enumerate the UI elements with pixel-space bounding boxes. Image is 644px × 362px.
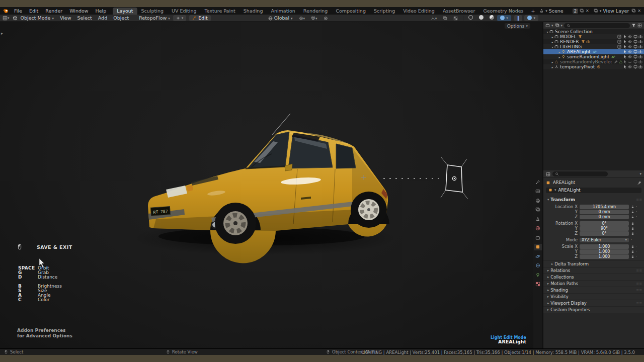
outliner-display-mode-icon[interactable] xyxy=(545,23,550,28)
shading-material-button[interactable] xyxy=(487,15,497,21)
outliner-search-input[interactable] xyxy=(564,23,630,28)
scene-browse-chevron[interactable]: ▾ xyxy=(545,9,547,13)
tab-collection[interactable] xyxy=(534,234,542,241)
blender-logo-icon[interactable] xyxy=(3,8,9,14)
disable-render-toggle[interactable] xyxy=(638,65,642,69)
disable-render-toggle[interactable] xyxy=(638,55,642,59)
animate-dot[interactable]: · xyxy=(636,210,637,214)
lock-icon[interactable] xyxy=(631,227,634,230)
location-z-input[interactable]: 0 mm xyxy=(580,215,629,219)
animate-dot[interactable]: · xyxy=(636,231,637,235)
scene-users-count[interactable]: 2 xyxy=(573,9,578,14)
lock-icon[interactable] xyxy=(631,210,634,214)
shading-wireframe-button[interactable] xyxy=(465,15,476,21)
disable-viewport-toggle[interactable] xyxy=(633,65,637,69)
outliner-row-lighting[interactable]: ▾ LIGHTING xyxy=(543,44,644,49)
workspace-tab-compositing[interactable]: Compositing xyxy=(332,8,370,15)
scale-x-input[interactable]: 1.000 xyxy=(580,244,629,249)
collection-checkbox[interactable] xyxy=(617,35,621,39)
workspace-tab-texture-paint[interactable]: Texture Paint xyxy=(201,8,239,15)
properties-options-chevron[interactable]: ▾ xyxy=(639,172,641,176)
new-view-layer-icon[interactable] xyxy=(631,9,636,13)
workspace-tab-scripting[interactable]: Scripting xyxy=(370,8,399,15)
transform-orientation-dropdown[interactable]: Global ▾ xyxy=(265,15,296,21)
outliner-filter-icon[interactable] xyxy=(555,23,559,28)
workspace-tab-animation[interactable]: Animation xyxy=(267,8,299,15)
render-preview-dropdown[interactable]: ▾ xyxy=(524,15,538,21)
disable-render-toggle[interactable] xyxy=(638,50,642,54)
disable-viewport-toggle[interactable] xyxy=(633,55,637,59)
section-delta-transform[interactable]: ▸Delta Transform xyxy=(543,260,644,267)
scale-z-input[interactable]: 1.000 xyxy=(580,254,629,259)
tab-object[interactable] xyxy=(534,244,542,250)
properties-filter-icon[interactable] xyxy=(546,172,550,176)
animate-dot[interactable]: · xyxy=(636,244,637,248)
view-layer-name[interactable]: View Layer xyxy=(603,8,630,14)
animate-dot[interactable]: · xyxy=(631,238,632,242)
disable-viewport-toggle[interactable] xyxy=(633,60,637,64)
new-scene-icon[interactable] xyxy=(580,9,584,13)
workspace-tab-rendering[interactable]: Rendering xyxy=(299,8,332,15)
menu-object[interactable]: Object xyxy=(110,15,132,21)
rotation-z-input[interactable]: 0° xyxy=(580,231,629,236)
menu-edit[interactable]: Edit xyxy=(26,8,42,14)
retopoflow-tool-button[interactable]: ▾ xyxy=(173,15,187,21)
menu-render[interactable]: Render xyxy=(42,8,66,14)
animate-dot[interactable]: · xyxy=(636,221,637,225)
outliner-row-scene-collection[interactable]: ▾ Scene Collection xyxy=(543,29,644,34)
tab-world[interactable] xyxy=(534,225,542,232)
workspace-tab-layout[interactable]: Layout xyxy=(113,8,137,15)
section-collections[interactable]: ▸Collections xyxy=(543,274,644,280)
menu-window[interactable]: Window xyxy=(66,8,92,14)
xray-toggle[interactable] xyxy=(450,15,461,21)
viewport-3d[interactable]: Options▾ ▸ xyxy=(0,22,542,348)
rotation-mode-dropdown[interactable]: XYZ Euler▾ xyxy=(580,238,629,242)
section-viewport-display[interactable]: ▸Viewport Display≡≡ xyxy=(543,300,644,306)
disable-render-toggle[interactable] xyxy=(638,45,642,49)
selectable-toggle[interactable] xyxy=(623,65,627,69)
disable-viewport-toggle[interactable] xyxy=(633,45,637,49)
selectable-toggle[interactable] xyxy=(623,40,627,44)
animate-dot[interactable]: · xyxy=(636,249,637,253)
outliner-options-icon[interactable] xyxy=(637,23,642,28)
object-name-field[interactable]: ▾ AREALight xyxy=(546,188,641,193)
menu-add[interactable]: Add xyxy=(95,15,110,21)
transform-panel-header[interactable]: ▾Transform≡≡ xyxy=(543,196,644,203)
tab-scene[interactable] xyxy=(534,216,542,222)
outliner-row-render[interactable]: ▸ RENDER xyxy=(543,39,644,44)
selectable-toggle[interactable] xyxy=(623,55,627,59)
snap-toggle[interactable]: ▾ xyxy=(308,15,320,21)
editor-type-chevron[interactable]: ▾ xyxy=(8,16,10,20)
outliner-display-chevron[interactable]: ▾ xyxy=(551,24,553,28)
properties-search-input[interactable] xyxy=(552,171,608,176)
outliner-row-arealight[interactable]: ▸ AREALight xyxy=(543,49,644,54)
outliner-filter-chevron[interactable]: ▾ xyxy=(561,24,563,28)
location-y-input[interactable]: 0 mm xyxy=(580,210,629,214)
location-x-input[interactable]: 1705.4 mm xyxy=(580,205,629,209)
animate-dot[interactable]: · xyxy=(636,205,637,209)
disable-render-toggle[interactable] xyxy=(638,60,642,64)
tab-physics[interactable] xyxy=(534,253,542,259)
section-shading[interactable]: ▸Shading≡≡ xyxy=(543,287,644,293)
hide-viewport-toggle[interactable] xyxy=(628,35,632,39)
view-layer-browse-chevron[interactable]: ▾ xyxy=(600,9,602,13)
selectable-toggle[interactable] xyxy=(623,35,627,39)
workspace-tab-sculpting[interactable]: Sculpting xyxy=(137,8,168,15)
hide-viewport-toggle[interactable] xyxy=(628,50,632,54)
lock-icon[interactable] xyxy=(631,205,634,209)
lock-icon[interactable] xyxy=(631,232,634,235)
disable-render-toggle[interactable] xyxy=(638,35,642,39)
disable-viewport-toggle[interactable] xyxy=(633,50,637,54)
tab-render[interactable] xyxy=(534,188,542,195)
workspace-tab-geometry-nodes[interactable]: Geometry Nodes xyxy=(479,8,527,15)
pin-icon[interactable] xyxy=(637,180,641,185)
rotation-y-input[interactable]: 90° xyxy=(580,226,629,231)
retopoflow-edit-button[interactable]: Edit xyxy=(189,15,210,21)
tab-object-data[interactable] xyxy=(534,272,542,278)
mode-dropdown[interactable]: Object Mode ▾ xyxy=(18,15,57,21)
gizmos-dropdown[interactable]: ▾ xyxy=(428,15,440,21)
collection-checkbox[interactable] xyxy=(617,45,621,49)
disable-viewport-toggle[interactable] xyxy=(633,40,637,44)
add-workspace-button[interactable]: + xyxy=(528,8,539,14)
lock-icon[interactable] xyxy=(631,255,634,258)
